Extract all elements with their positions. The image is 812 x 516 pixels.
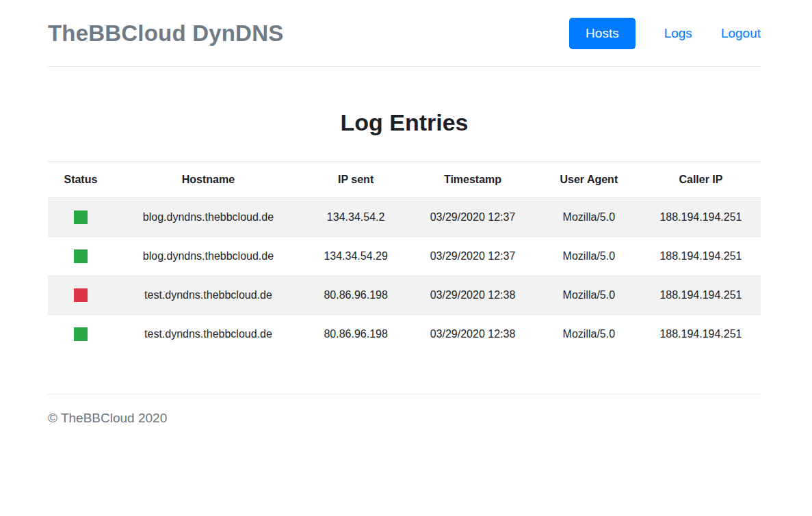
column-header-hostname: Hostname [114, 161, 303, 198]
cell-status [48, 236, 114, 275]
site-header: TheBBCloud DynDNS HostsLogsLogout [48, 0, 761, 67]
page-title: TheBBCloud DynDNS [48, 16, 283, 51]
cell-user-agent: Mozilla/5.0 [537, 236, 641, 275]
copyright-text: © TheBBCloud 2020 [48, 394, 761, 426]
cell-timestamp: 03/29/2020 12:37 [408, 236, 537, 275]
cell-caller-ip: 188.194.194.251 [641, 314, 761, 353]
status-success-indicator [74, 327, 88, 341]
cell-user-agent: Mozilla/5.0 [537, 275, 641, 314]
cell-status [48, 275, 114, 314]
column-header-caller-ip: Caller IP [641, 161, 761, 198]
cell-user-agent: Mozilla/5.0 [537, 314, 641, 353]
cell-hostname: blog.dyndns.thebbcloud.de [114, 236, 303, 275]
table-row: test.dyndns.thebbcloud.de80.86.96.19803/… [48, 275, 761, 314]
cell-timestamp: 03/29/2020 12:37 [408, 198, 537, 236]
column-header-ip-sent: IP sent [303, 161, 408, 198]
site-footer: © TheBBCloud 2020 [48, 394, 761, 426]
log-table-head: StatusHostnameIP sentTimestampUser Agent… [48, 161, 761, 198]
cell-hostname: test.dyndns.thebbcloud.de [114, 314, 303, 353]
cell-timestamp: 03/29/2020 12:38 [408, 314, 537, 353]
status-error-indicator [74, 288, 88, 302]
page-container: TheBBCloud DynDNS HostsLogsLogout Log En… [0, 0, 812, 426]
cell-ip-sent: 80.86.96.198 [303, 314, 408, 353]
nav-logout-link[interactable]: Logout [721, 26, 761, 41]
log-table-body: blog.dyndns.thebbcloud.de134.34.54.203/2… [48, 198, 761, 353]
status-success-indicator [74, 211, 88, 224]
cell-status [48, 314, 114, 353]
cell-timestamp: 03/29/2020 12:38 [408, 275, 537, 314]
table-row: blog.dyndns.thebbcloud.de134.34.54.2903/… [48, 236, 761, 275]
nav-logs-link[interactable]: Logs [664, 26, 692, 41]
cell-caller-ip: 188.194.194.251 [641, 198, 761, 236]
cell-status [48, 198, 114, 236]
nav-hosts-button[interactable]: Hosts [569, 18, 636, 49]
table-header-row: StatusHostnameIP sentTimestampUser Agent… [48, 161, 761, 198]
cell-ip-sent: 80.86.96.198 [303, 275, 408, 314]
cell-caller-ip: 188.194.194.251 [641, 275, 761, 314]
status-success-indicator [74, 249, 88, 263]
column-header-status: Status [48, 161, 114, 198]
column-header-timestamp: Timestamp [408, 161, 537, 198]
cell-ip-sent: 134.34.54.29 [303, 236, 408, 275]
log-table: StatusHostnameIP sentTimestampUser Agent… [48, 161, 761, 353]
cell-user-agent: Mozilla/5.0 [537, 198, 641, 236]
cell-hostname: test.dyndns.thebbcloud.de [114, 275, 303, 314]
table-row: test.dyndns.thebbcloud.de80.86.96.19803/… [48, 314, 761, 353]
cell-hostname: blog.dyndns.thebbcloud.de [114, 198, 303, 236]
section-heading: Log Entries [48, 105, 761, 140]
cell-ip-sent: 134.34.54.2 [303, 198, 408, 236]
main-nav: HostsLogsLogout [569, 18, 761, 49]
main-content: Log Entries StatusHostnameIP sentTimesta… [48, 105, 761, 353]
column-header-user-agent: User Agent [537, 161, 641, 198]
cell-caller-ip: 188.194.194.251 [641, 236, 761, 275]
table-row: blog.dyndns.thebbcloud.de134.34.54.203/2… [48, 198, 761, 236]
